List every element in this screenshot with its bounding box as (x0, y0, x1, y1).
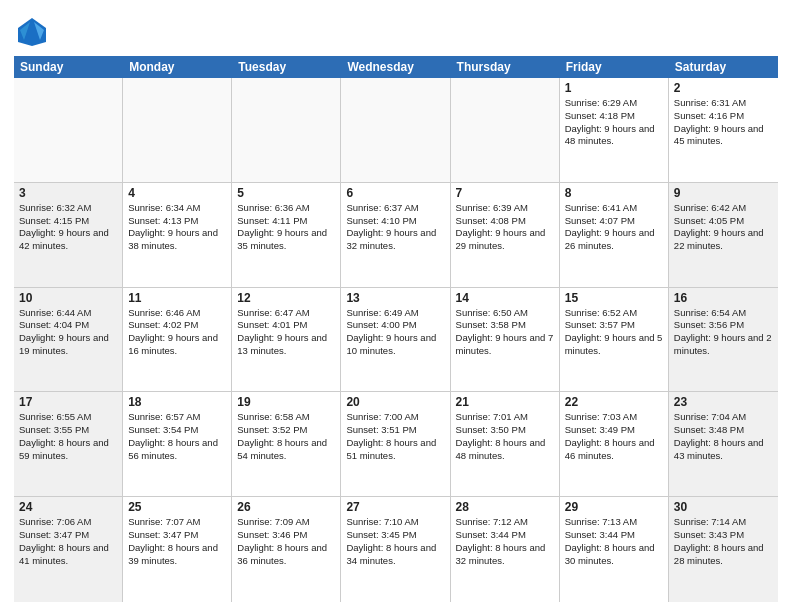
day-cell-25: 25Sunrise: 7:07 AMSunset: 3:47 PMDayligh… (123, 497, 232, 602)
calendar-header: SundayMondayTuesdayWednesdayThursdayFrid… (14, 56, 778, 78)
day-cell-26: 26Sunrise: 7:09 AMSunset: 3:46 PMDayligh… (232, 497, 341, 602)
day-number: 30 (674, 500, 773, 514)
day-cell-30: 30Sunrise: 7:14 AMSunset: 3:43 PMDayligh… (669, 497, 778, 602)
day-cell-13: 13Sunrise: 6:49 AMSunset: 4:00 PMDayligh… (341, 288, 450, 392)
day-number: 24 (19, 500, 117, 514)
weekday-header-friday: Friday (560, 56, 669, 78)
calendar-row-4: 24Sunrise: 7:06 AMSunset: 3:47 PMDayligh… (14, 497, 778, 602)
day-info: Sunrise: 6:29 AMSunset: 4:18 PMDaylight:… (565, 97, 663, 148)
empty-cell-0-3 (341, 78, 450, 182)
day-info: Sunrise: 6:52 AMSunset: 3:57 PMDaylight:… (565, 307, 663, 358)
day-number: 14 (456, 291, 554, 305)
day-cell-22: 22Sunrise: 7:03 AMSunset: 3:49 PMDayligh… (560, 392, 669, 496)
day-number: 29 (565, 500, 663, 514)
day-info: Sunrise: 6:34 AMSunset: 4:13 PMDaylight:… (128, 202, 226, 253)
day-number: 7 (456, 186, 554, 200)
day-info: Sunrise: 6:57 AMSunset: 3:54 PMDaylight:… (128, 411, 226, 462)
weekday-header-saturday: Saturday (669, 56, 778, 78)
day-cell-10: 10Sunrise: 6:44 AMSunset: 4:04 PMDayligh… (14, 288, 123, 392)
day-cell-28: 28Sunrise: 7:12 AMSunset: 3:44 PMDayligh… (451, 497, 560, 602)
day-info: Sunrise: 6:39 AMSunset: 4:08 PMDaylight:… (456, 202, 554, 253)
day-cell-1: 1Sunrise: 6:29 AMSunset: 4:18 PMDaylight… (560, 78, 669, 182)
day-cell-19: 19Sunrise: 6:58 AMSunset: 3:52 PMDayligh… (232, 392, 341, 496)
day-cell-5: 5Sunrise: 6:36 AMSunset: 4:11 PMDaylight… (232, 183, 341, 287)
calendar-body: 1Sunrise: 6:29 AMSunset: 4:18 PMDaylight… (14, 78, 778, 602)
day-info: Sunrise: 7:04 AMSunset: 3:48 PMDaylight:… (674, 411, 773, 462)
day-info: Sunrise: 6:36 AMSunset: 4:11 PMDaylight:… (237, 202, 335, 253)
day-number: 2 (674, 81, 773, 95)
day-cell-27: 27Sunrise: 7:10 AMSunset: 3:45 PMDayligh… (341, 497, 450, 602)
empty-cell-0-1 (123, 78, 232, 182)
day-number: 10 (19, 291, 117, 305)
day-info: Sunrise: 7:06 AMSunset: 3:47 PMDaylight:… (19, 516, 117, 567)
day-info: Sunrise: 6:31 AMSunset: 4:16 PMDaylight:… (674, 97, 773, 148)
day-cell-21: 21Sunrise: 7:01 AMSunset: 3:50 PMDayligh… (451, 392, 560, 496)
day-info: Sunrise: 6:54 AMSunset: 3:56 PMDaylight:… (674, 307, 773, 358)
day-number: 8 (565, 186, 663, 200)
day-cell-14: 14Sunrise: 6:50 AMSunset: 3:58 PMDayligh… (451, 288, 560, 392)
weekday-header-tuesday: Tuesday (232, 56, 341, 78)
day-info: Sunrise: 7:09 AMSunset: 3:46 PMDaylight:… (237, 516, 335, 567)
empty-cell-0-4 (451, 78, 560, 182)
day-cell-6: 6Sunrise: 6:37 AMSunset: 4:10 PMDaylight… (341, 183, 450, 287)
day-info: Sunrise: 7:01 AMSunset: 3:50 PMDaylight:… (456, 411, 554, 462)
day-info: Sunrise: 6:44 AMSunset: 4:04 PMDaylight:… (19, 307, 117, 358)
day-number: 27 (346, 500, 444, 514)
day-cell-2: 2Sunrise: 6:31 AMSunset: 4:16 PMDaylight… (669, 78, 778, 182)
logo (14, 14, 54, 50)
day-info: Sunrise: 7:12 AMSunset: 3:44 PMDaylight:… (456, 516, 554, 567)
day-number: 20 (346, 395, 444, 409)
day-info: Sunrise: 6:50 AMSunset: 3:58 PMDaylight:… (456, 307, 554, 358)
day-info: Sunrise: 6:55 AMSunset: 3:55 PMDaylight:… (19, 411, 117, 462)
day-cell-24: 24Sunrise: 7:06 AMSunset: 3:47 PMDayligh… (14, 497, 123, 602)
calendar-row-3: 17Sunrise: 6:55 AMSunset: 3:55 PMDayligh… (14, 392, 778, 497)
day-number: 5 (237, 186, 335, 200)
day-cell-23: 23Sunrise: 7:04 AMSunset: 3:48 PMDayligh… (669, 392, 778, 496)
logo-icon (14, 14, 50, 50)
day-info: Sunrise: 6:58 AMSunset: 3:52 PMDaylight:… (237, 411, 335, 462)
day-number: 26 (237, 500, 335, 514)
day-info: Sunrise: 6:47 AMSunset: 4:01 PMDaylight:… (237, 307, 335, 358)
day-number: 1 (565, 81, 663, 95)
day-number: 17 (19, 395, 117, 409)
day-cell-12: 12Sunrise: 6:47 AMSunset: 4:01 PMDayligh… (232, 288, 341, 392)
day-cell-16: 16Sunrise: 6:54 AMSunset: 3:56 PMDayligh… (669, 288, 778, 392)
day-number: 3 (19, 186, 117, 200)
calendar-row-2: 10Sunrise: 6:44 AMSunset: 4:04 PMDayligh… (14, 288, 778, 393)
day-cell-15: 15Sunrise: 6:52 AMSunset: 3:57 PMDayligh… (560, 288, 669, 392)
empty-cell-0-2 (232, 78, 341, 182)
day-cell-7: 7Sunrise: 6:39 AMSunset: 4:08 PMDaylight… (451, 183, 560, 287)
day-number: 9 (674, 186, 773, 200)
day-number: 16 (674, 291, 773, 305)
day-info: Sunrise: 6:41 AMSunset: 4:07 PMDaylight:… (565, 202, 663, 253)
weekday-header-sunday: Sunday (14, 56, 123, 78)
day-number: 12 (237, 291, 335, 305)
day-number: 18 (128, 395, 226, 409)
empty-cell-0-0 (14, 78, 123, 182)
day-cell-29: 29Sunrise: 7:13 AMSunset: 3:44 PMDayligh… (560, 497, 669, 602)
day-number: 22 (565, 395, 663, 409)
day-number: 15 (565, 291, 663, 305)
weekday-header-wednesday: Wednesday (341, 56, 450, 78)
day-cell-17: 17Sunrise: 6:55 AMSunset: 3:55 PMDayligh… (14, 392, 123, 496)
day-cell-3: 3Sunrise: 6:32 AMSunset: 4:15 PMDaylight… (14, 183, 123, 287)
calendar-row-1: 3Sunrise: 6:32 AMSunset: 4:15 PMDaylight… (14, 183, 778, 288)
day-number: 21 (456, 395, 554, 409)
day-cell-4: 4Sunrise: 6:34 AMSunset: 4:13 PMDaylight… (123, 183, 232, 287)
day-info: Sunrise: 7:00 AMSunset: 3:51 PMDaylight:… (346, 411, 444, 462)
day-number: 13 (346, 291, 444, 305)
day-number: 25 (128, 500, 226, 514)
calendar: SundayMondayTuesdayWednesdayThursdayFrid… (14, 56, 778, 602)
day-info: Sunrise: 7:03 AMSunset: 3:49 PMDaylight:… (565, 411, 663, 462)
day-info: Sunrise: 6:49 AMSunset: 4:00 PMDaylight:… (346, 307, 444, 358)
weekday-header-thursday: Thursday (451, 56, 560, 78)
day-info: Sunrise: 7:14 AMSunset: 3:43 PMDaylight:… (674, 516, 773, 567)
day-number: 28 (456, 500, 554, 514)
day-info: Sunrise: 7:13 AMSunset: 3:44 PMDaylight:… (565, 516, 663, 567)
day-cell-18: 18Sunrise: 6:57 AMSunset: 3:54 PMDayligh… (123, 392, 232, 496)
day-cell-8: 8Sunrise: 6:41 AMSunset: 4:07 PMDaylight… (560, 183, 669, 287)
day-info: Sunrise: 7:07 AMSunset: 3:47 PMDaylight:… (128, 516, 226, 567)
day-number: 6 (346, 186, 444, 200)
day-number: 19 (237, 395, 335, 409)
day-info: Sunrise: 6:37 AMSunset: 4:10 PMDaylight:… (346, 202, 444, 253)
